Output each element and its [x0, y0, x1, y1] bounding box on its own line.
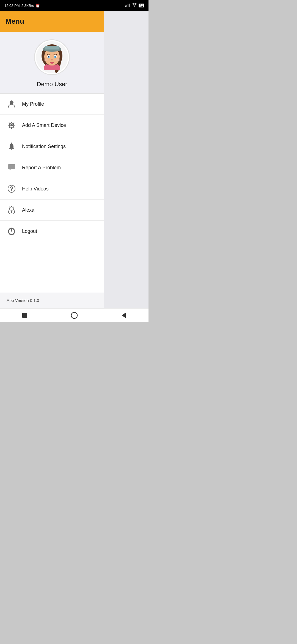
question-icon — [7, 184, 16, 194]
dots-icon: ··· — [42, 4, 45, 8]
username-label: Demo User — [37, 81, 67, 88]
alexa-icon — [7, 205, 16, 215]
svg-point-25 — [43, 49, 61, 51]
right-panel — [104, 11, 148, 308]
menu-item-logout[interactable]: Logout — [0, 221, 104, 242]
app-version: App Version 0.1.0 — [0, 293, 104, 308]
help-videos-label: Help Videos — [22, 186, 49, 192]
svg-rect-3 — [129, 4, 130, 7]
svg-rect-0 — [125, 6, 126, 7]
svg-rect-40 — [8, 164, 15, 169]
svg-rect-48 — [22, 313, 27, 318]
svg-rect-2 — [128, 4, 128, 7]
notification-settings-label: Notification Settings — [22, 144, 66, 149]
svg-point-37 — [10, 124, 13, 126]
drawer-title: Menu — [6, 17, 24, 26]
drawer-header: Menu — [0, 11, 104, 32]
menu-item-report-problem[interactable]: Report A Problem — [0, 157, 104, 178]
svg-point-42 — [11, 190, 12, 191]
svg-point-44 — [11, 211, 12, 213]
status-right: 41 — [125, 3, 144, 8]
nav-home-button[interactable] — [67, 310, 81, 321]
svg-point-32 — [44, 59, 48, 61]
network-speed: 2.3KB/s — [21, 4, 34, 8]
my-profile-label: My Profile — [22, 101, 44, 107]
report-problem-label: Report A Problem — [22, 165, 61, 171]
signal-icon — [125, 3, 130, 8]
wifi-icon — [132, 3, 137, 8]
menu-item-help-videos[interactable]: Help Videos — [0, 178, 104, 200]
alexa-label: Alexa — [22, 207, 34, 213]
gear-icon — [7, 120, 16, 130]
logout-label: Logout — [22, 228, 37, 234]
time-label: 12:08 PM — [4, 4, 20, 8]
side-drawer: Menu — [0, 11, 104, 308]
drawer-overlay: Menu — [0, 11, 148, 308]
chat-icon — [7, 163, 16, 173]
svg-point-33 — [56, 59, 60, 61]
svg-marker-50 — [122, 313, 126, 318]
svg-point-49 — [71, 312, 77, 318]
avatar-circle — [34, 39, 70, 75]
avatar-section: Demo User — [0, 32, 104, 94]
battery-icon: 41 — [139, 4, 144, 7]
power-icon — [7, 226, 16, 236]
person-icon — [7, 99, 16, 109]
nav-bar — [0, 308, 148, 322]
nav-square-button[interactable] — [18, 310, 32, 321]
menu-item-alexa[interactable]: Alexa — [0, 200, 104, 221]
nav-back-button[interactable] — [117, 310, 131, 321]
menu-item-my-profile[interactable]: My Profile — [0, 94, 104, 115]
status-bar: 12:08 PM 2.3KB/s ⏰ ··· 41 — [0, 0, 148, 11]
svg-rect-1 — [127, 5, 127, 7]
bell-icon — [7, 141, 16, 151]
status-left: 12:08 PM 2.3KB/s ⏰ ··· — [4, 4, 45, 8]
menu-item-notification-settings[interactable]: Notification Settings — [0, 136, 104, 157]
svg-point-34 — [10, 100, 13, 104]
svg-point-30 — [48, 56, 49, 57]
menu-list: My Profile Add A Smart Device — [0, 94, 104, 293]
app-version-text: App Version 0.1.0 — [7, 298, 39, 303]
menu-item-add-smart-device[interactable]: Add A Smart Device — [0, 115, 104, 136]
svg-point-31 — [55, 56, 56, 57]
alarm-icon: ⏰ — [35, 4, 40, 8]
add-smart-device-label: Add A Smart Device — [22, 122, 66, 128]
